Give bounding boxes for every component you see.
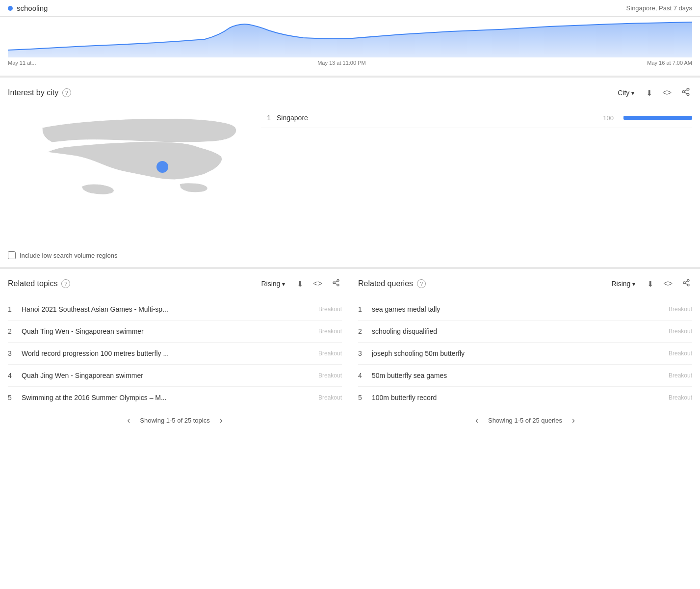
queries-share-button[interactable] <box>680 277 692 291</box>
breakout-badge: Breakout <box>318 306 342 313</box>
queries-prev-button[interactable]: ‹ <box>473 415 480 426</box>
queries-embed-button[interactable]: <> <box>661 277 674 290</box>
breakout-badge: Breakout <box>318 372 342 379</box>
section-title: Interest by city ? <box>8 88 71 97</box>
related-queries-col: Related queries ? Rising ⬇ <> <box>350 269 700 433</box>
svg-point-12 <box>687 284 689 286</box>
breakout-badge: Breakout <box>318 328 342 335</box>
query-item-4: 4 50m butterfly sea games Breakout <box>358 365 692 387</box>
related-topics-list: 1 Hanoi 2021 Southeast Asian Games - Mul… <box>8 298 342 408</box>
breakout-badge: Breakout <box>318 350 342 357</box>
map-container <box>8 108 253 245</box>
topics-chevron-icon <box>282 280 285 288</box>
topics-share-button[interactable] <box>330 277 342 291</box>
queries-chevron-icon <box>632 280 635 288</box>
date-2: May 13 at 11:00 PM <box>317 60 365 66</box>
query-item-1: 1 sea games medal tally Breakout <box>358 298 692 321</box>
topics-next-button[interactable]: › <box>218 415 225 426</box>
city-dropdown[interactable]: City <box>614 87 638 99</box>
city-bar <box>623 116 692 120</box>
city-data-list: 1 Singapore 100 <box>261 108 692 245</box>
queries-filter-dropdown[interactable]: Rising <box>607 278 639 290</box>
share-button[interactable] <box>679 85 692 100</box>
breakout-badge: Breakout <box>669 372 692 379</box>
map-svg <box>8 108 253 245</box>
breakout-badge: Breakout <box>669 306 692 313</box>
location-dot <box>156 161 168 173</box>
interest-by-city-section: Interest by city ? City ⬇ <> <box>0 78 700 269</box>
date-3: May 16 at 7:00 AM <box>647 60 692 66</box>
help-icon[interactable]: ? <box>62 88 71 97</box>
topic-item-1: 1 Hanoi 2021 Southeast Asian Games - Mul… <box>8 298 342 321</box>
related-topics-controls: Rising ⬇ <> <box>257 277 342 291</box>
related-queries-help[interactable]: ? <box>417 279 426 288</box>
city-bar-container <box>623 116 692 120</box>
section-header: Interest by city ? City ⬇ <> <box>8 85 692 100</box>
svg-line-3 <box>684 92 687 94</box>
section-title-text: Interest by city <box>8 88 58 97</box>
date-1: May 11 at... <box>8 60 36 66</box>
svg-line-4 <box>684 90 687 91</box>
two-col-related: Related topics ? Rising ⬇ <> <box>0 269 700 433</box>
breakout-badge: Breakout <box>669 350 692 357</box>
related-queries-title-text: Related queries <box>358 279 413 288</box>
low-volume-checkbox[interactable] <box>8 251 16 259</box>
chevron-down-icon <box>631 89 634 97</box>
svg-point-10 <box>687 279 689 281</box>
topics-pagination-text: Showing 1-5 of 25 topics <box>140 417 209 424</box>
related-queries-header: Related queries ? Rising ⬇ <> <box>358 277 692 291</box>
topics-download-button[interactable]: ⬇ <box>295 277 305 291</box>
timeline-chart <box>8 21 692 60</box>
topic-item-4: 4 Quah Jing Wen - Singaporean swimmer Br… <box>8 365 342 387</box>
query-item-2: 2 schooling disqualified Breakout <box>358 321 692 343</box>
search-term: schooling <box>17 4 48 12</box>
top-bar-left: schooling <box>8 4 48 12</box>
breakout-badge: Breakout <box>669 394 692 401</box>
breakout-badge: Breakout <box>318 394 342 401</box>
topics-embed-button[interactable]: <> <box>311 277 324 290</box>
svg-point-6 <box>333 282 335 284</box>
svg-point-2 <box>687 93 689 96</box>
svg-line-14 <box>685 281 688 282</box>
topics-pagination: ‹ Showing 1-5 of 25 topics › <box>8 408 342 426</box>
svg-point-7 <box>337 284 339 286</box>
city-rank: 1 <box>261 114 271 122</box>
related-topics-title: Related topics ? <box>8 279 70 288</box>
related-queries-title: Related queries ? <box>358 279 426 288</box>
timeline-svg <box>8 21 692 60</box>
query-item-5: 5 100m butterfly record Breakout <box>358 387 692 408</box>
related-queries-list: 1 sea games medal tally Breakout 2 schoo… <box>358 298 692 408</box>
topic-item-5: 5 Swimming at the 2016 Summer Olympics –… <box>8 387 342 408</box>
section-controls: City ⬇ <> <box>614 85 692 100</box>
svg-point-11 <box>683 282 685 284</box>
svg-line-9 <box>335 281 337 282</box>
svg-point-0 <box>687 88 689 91</box>
queries-download-button[interactable]: ⬇ <box>645 277 655 291</box>
svg-line-8 <box>335 283 337 285</box>
queries-pagination-text: Showing 1-5 of 25 queries <box>488 417 562 424</box>
download-button[interactable]: ⬇ <box>644 86 654 100</box>
checkbox-row: Include low search volume regions <box>8 245 692 259</box>
query-item-3: 3 joseph schooling 50m butterfly Breakou… <box>358 343 692 365</box>
location-info: Singapore, Past 7 days <box>626 4 692 12</box>
status-dot <box>8 6 13 11</box>
topics-filter-dropdown[interactable]: Rising <box>257 278 289 290</box>
topics-prev-button[interactable]: ‹ <box>125 415 132 426</box>
svg-point-5 <box>337 279 339 281</box>
queries-next-button[interactable]: › <box>570 415 577 426</box>
related-topics-help[interactable]: ? <box>61 279 70 288</box>
related-topics-col: Related topics ? Rising ⬇ <> <box>0 269 350 433</box>
checkbox-label: Include low search volume regions <box>20 252 117 259</box>
topic-item-3: 3 World record progression 100 metres bu… <box>8 343 342 365</box>
related-queries-controls: Rising ⬇ <> <box>607 277 692 291</box>
timeline-dates: May 11 at... May 13 at 11:00 PM May 16 a… <box>8 60 692 66</box>
svg-point-1 <box>682 91 685 93</box>
city-value: 100 <box>603 114 614 122</box>
embed-button[interactable]: <> <box>660 86 674 99</box>
top-bar: schooling Singapore, Past 7 days <box>0 0 700 17</box>
related-topics-title-text: Related topics <box>8 279 57 288</box>
city-name: Singapore <box>277 114 597 122</box>
svg-line-13 <box>685 283 688 285</box>
timeline-section: May 11 at... May 13 at 11:00 PM May 16 a… <box>0 17 700 78</box>
topic-item-2: 2 Quah Ting Wen - Singaporean swimmer Br… <box>8 321 342 343</box>
